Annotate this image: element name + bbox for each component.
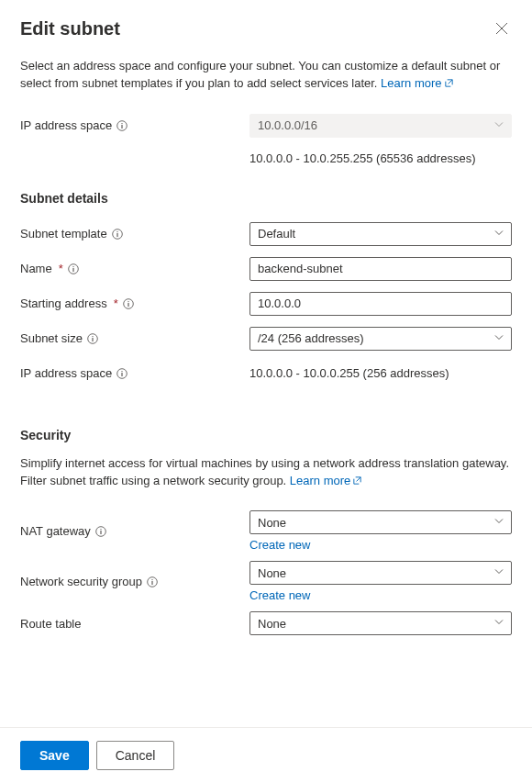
- info-icon[interactable]: [87, 333, 98, 344]
- info-icon[interactable]: [116, 120, 127, 131]
- svg-point-10: [127, 301, 128, 302]
- info-icon[interactable]: [116, 368, 127, 379]
- route-table-label: Route table: [20, 617, 82, 631]
- svg-point-16: [122, 371, 123, 372]
- svg-rect-5: [116, 233, 117, 237]
- svg-rect-8: [72, 268, 73, 272]
- info-icon[interactable]: [123, 298, 134, 309]
- svg-point-22: [151, 579, 152, 580]
- svg-rect-14: [92, 338, 93, 341]
- svg-point-13: [92, 336, 93, 337]
- svg-point-1: [122, 123, 123, 124]
- ip-space-label: IP address space: [20, 118, 112, 132]
- subnet-size-select[interactable]: /24 (256 addresses): [249, 327, 512, 351]
- save-button[interactable]: Save: [20, 741, 89, 770]
- ip-space-select: 10.0.0.0/16: [249, 114, 512, 138]
- security-body: Simplify internet access for virtual mac…: [20, 456, 509, 487]
- starting-address-input[interactable]: [249, 292, 512, 316]
- cancel-button[interactable]: Cancel: [96, 741, 175, 770]
- svg-rect-20: [100, 531, 101, 534]
- subnet-details-heading: Subnet details: [20, 191, 512, 206]
- subnet-template-label: Subnet template: [20, 227, 107, 240]
- subnet-ip-space-label: IP address space: [20, 366, 112, 380]
- info-icon[interactable]: [68, 263, 79, 274]
- info-icon[interactable]: [147, 576, 158, 587]
- svg-point-19: [100, 529, 101, 530]
- nat-gateway-label: NAT gateway: [20, 524, 91, 538]
- page-title: Edit subnet: [20, 18, 120, 39]
- external-link-icon: [352, 474, 362, 491]
- required-indicator: *: [59, 262, 63, 275]
- svg-point-7: [72, 266, 73, 267]
- name-input[interactable]: [249, 257, 512, 281]
- intro-text: Select an address space and configure yo…: [20, 58, 512, 94]
- nsg-label: Network security group: [20, 575, 142, 588]
- nsg-create-new-link[interactable]: Create new: [249, 588, 512, 602]
- info-icon[interactable]: [95, 526, 106, 537]
- nsg-select[interactable]: None: [249, 561, 512, 585]
- subnet-ip-space-value: 10.0.0.0 - 10.0.0.255 (256 addresses): [249, 366, 512, 380]
- ip-space-range: 10.0.0.0 - 10.0.255.255 (65536 addresses…: [249, 151, 512, 165]
- close-icon: [495, 22, 508, 35]
- svg-rect-11: [127, 303, 128, 307]
- route-table-select[interactable]: None: [249, 611, 512, 635]
- nat-gateway-select[interactable]: None: [249, 510, 512, 534]
- intro-learn-more-link[interactable]: Learn more: [381, 76, 453, 90]
- svg-rect-17: [122, 373, 123, 376]
- footer-bar: Save Cancel: [0, 727, 532, 783]
- svg-point-4: [116, 231, 117, 232]
- required-indicator: *: [114, 296, 118, 310]
- security-heading: Security: [20, 428, 512, 442]
- subnet-size-label: Subnet size: [20, 331, 83, 345]
- security-learn-more-link[interactable]: Learn more: [290, 474, 362, 487]
- info-icon[interactable]: [112, 229, 123, 240]
- name-label: Name: [20, 262, 52, 275]
- nat-create-new-link[interactable]: Create new: [249, 538, 512, 552]
- start-address-label: Starting address: [20, 296, 107, 310]
- close-button[interactable]: [492, 18, 512, 41]
- subnet-template-select[interactable]: Default: [249, 222, 512, 246]
- svg-rect-2: [122, 125, 123, 129]
- security-desc: Simplify internet access for virtual mac…: [20, 455, 512, 491]
- svg-rect-23: [151, 581, 152, 585]
- external-link-icon: [444, 76, 454, 94]
